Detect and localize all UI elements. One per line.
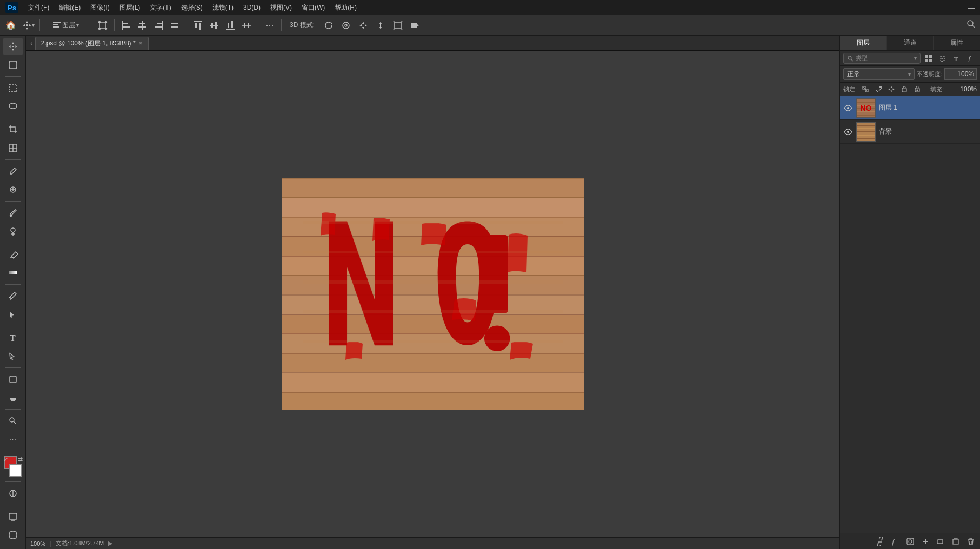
lock-position-button[interactable] xyxy=(886,84,897,95)
transform-button[interactable] xyxy=(95,18,110,33)
menu-select[interactable]: 选择(S) xyxy=(177,2,207,14)
screen-mode-button[interactable] xyxy=(3,508,23,525)
tab-arrow-left[interactable]: ‹ xyxy=(28,39,35,48)
swap-colors-icon[interactable]: ⇄ xyxy=(18,456,23,463)
clone-stamp-tool[interactable] xyxy=(3,223,23,240)
svg-rect-77 xyxy=(925,55,928,58)
delete-layer-button[interactable] xyxy=(965,535,977,547)
zoom-tool[interactable] xyxy=(3,412,23,430)
3d-scale-button[interactable] xyxy=(390,18,405,33)
opacity-input[interactable]: 100% xyxy=(944,68,977,80)
search-button[interactable] xyxy=(966,19,977,31)
tab-channels[interactable]: 通道 xyxy=(887,36,934,50)
document-tab[interactable]: 2.psd @ 100% (图层 1, RGB/8) * × xyxy=(35,37,149,50)
lock-icons xyxy=(860,84,923,95)
filter-adjustment-icon[interactable] xyxy=(937,52,949,64)
layer-1-visibility-toggle[interactable] xyxy=(843,103,853,113)
menu-layer[interactable]: 图层(L) xyxy=(115,2,145,14)
layer-item-1[interactable]: NO 图层 1 xyxy=(840,96,980,120)
shape-tool[interactable] xyxy=(3,371,23,388)
filter-pixel-icon[interactable] xyxy=(923,52,935,64)
valign-bottom-button[interactable] xyxy=(223,18,238,33)
tab-properties[interactable]: 属性 xyxy=(934,36,980,50)
valign-top-button[interactable] xyxy=(190,18,205,33)
hand-tool[interactable] xyxy=(3,389,23,406)
valign-middle-button[interactable] xyxy=(206,18,222,33)
menu-3d[interactable]: 3D(D) xyxy=(239,3,265,12)
minimize-button[interactable]: — xyxy=(967,3,976,12)
tool-sep-8 xyxy=(5,367,21,368)
background-name: 背景 xyxy=(879,127,977,136)
extra-tools-button[interactable]: ··· xyxy=(3,431,23,448)
align-right-button[interactable] xyxy=(151,18,166,33)
layer-item-background[interactable]: 背景 xyxy=(840,120,980,144)
quick-mask-button[interactable] xyxy=(3,485,23,502)
brush-tool[interactable] xyxy=(3,204,23,222)
3d-pan-button[interactable] xyxy=(356,18,371,33)
canvas-viewport[interactable] xyxy=(26,51,839,537)
svg-rect-38 xyxy=(411,23,417,28)
status-arrow[interactable]: ▶ xyxy=(108,540,112,547)
layer-dropdown[interactable]: 图层 ▾ xyxy=(44,18,87,33)
svg-point-8 xyxy=(105,21,107,23)
crop-tool[interactable] xyxy=(3,121,23,138)
background-visibility-toggle[interactable] xyxy=(843,127,853,137)
artboard-tool[interactable] xyxy=(3,56,23,73)
align-fill-button[interactable] xyxy=(167,18,182,33)
background-color[interactable] xyxy=(9,464,22,477)
3d-roll-button[interactable] xyxy=(338,18,354,33)
add-style-button[interactable]: ƒ xyxy=(889,535,901,547)
slice-tool[interactable] xyxy=(3,139,23,157)
link-layers-button[interactable] xyxy=(874,535,886,547)
add-mask-button[interactable] xyxy=(904,535,916,547)
add-adjustment-button[interactable] xyxy=(919,535,931,547)
menu-window[interactable]: 窗口(W) xyxy=(297,2,329,14)
add-layer-button[interactable] xyxy=(950,535,962,547)
lock-image-button[interactable] xyxy=(873,84,884,95)
menu-help[interactable]: 帮助(H) xyxy=(330,2,361,14)
align-left-button[interactable] xyxy=(118,18,134,33)
direct-select-tool[interactable] xyxy=(3,347,23,365)
menu-image[interactable]: 图像(I) xyxy=(86,2,114,14)
blend-mode-dropdown[interactable]: 正常 ▾ xyxy=(843,68,915,80)
menu-text[interactable]: 文字(T) xyxy=(145,2,175,14)
search-dropdown-arrow[interactable]: ▾ xyxy=(914,55,917,61)
lock-transparent-button[interactable] xyxy=(860,84,871,95)
spot-heal-tool[interactable] xyxy=(3,181,23,198)
tab-close-button[interactable]: × xyxy=(139,39,143,47)
lock-all-button[interactable] xyxy=(912,84,923,95)
fill-value[interactable]: 100% xyxy=(947,85,977,93)
lock-artboard-button[interactable] xyxy=(899,84,910,95)
path-selection-tool[interactable] xyxy=(3,306,23,323)
tab-layers[interactable]: 图层 xyxy=(840,36,887,50)
eyedropper-tool[interactable] xyxy=(3,163,23,180)
move-tool[interactable] xyxy=(3,38,23,55)
color-picker[interactable]: ↙ ⇄ xyxy=(3,456,23,477)
eraser-tool[interactable] xyxy=(3,246,23,263)
fill-number: 100% xyxy=(960,85,977,93)
menu-file[interactable]: 文件(F) xyxy=(24,2,54,14)
distribute-button[interactable] xyxy=(239,18,254,33)
more-options-button[interactable]: ··· xyxy=(262,18,277,33)
home-button[interactable]: 🏠 xyxy=(3,18,18,33)
filter-type-icon[interactable]: T xyxy=(951,52,963,64)
layer-search[interactable]: 类型 ▾ xyxy=(843,53,921,64)
align-center-h-button[interactable] xyxy=(135,18,150,33)
tool-sep-6 xyxy=(5,284,21,285)
marquee-tool[interactable] xyxy=(3,79,23,97)
menu-edit[interactable]: 编辑(E) xyxy=(55,2,85,14)
pen-tool[interactable] xyxy=(3,287,23,305)
lasso-tool[interactable] xyxy=(3,98,23,115)
menu-view[interactable]: 视图(V) xyxy=(266,2,296,14)
menu-filter[interactable]: 滤镜(T) xyxy=(208,2,238,14)
move-tool-option[interactable]: ▾ xyxy=(21,18,36,33)
rotate-view-button[interactable] xyxy=(3,526,23,544)
default-colors-icon[interactable]: ↙ xyxy=(3,456,8,477)
text-tool[interactable]: T xyxy=(3,329,23,346)
add-group-button[interactable] xyxy=(935,535,946,547)
3d-video-button[interactable] xyxy=(408,18,423,33)
filter-effect-icon[interactable]: ƒ xyxy=(965,52,977,64)
3d-rotate-button[interactable] xyxy=(321,18,336,33)
gradient-tool[interactable] xyxy=(3,264,23,282)
3d-slide-button[interactable] xyxy=(373,18,388,33)
